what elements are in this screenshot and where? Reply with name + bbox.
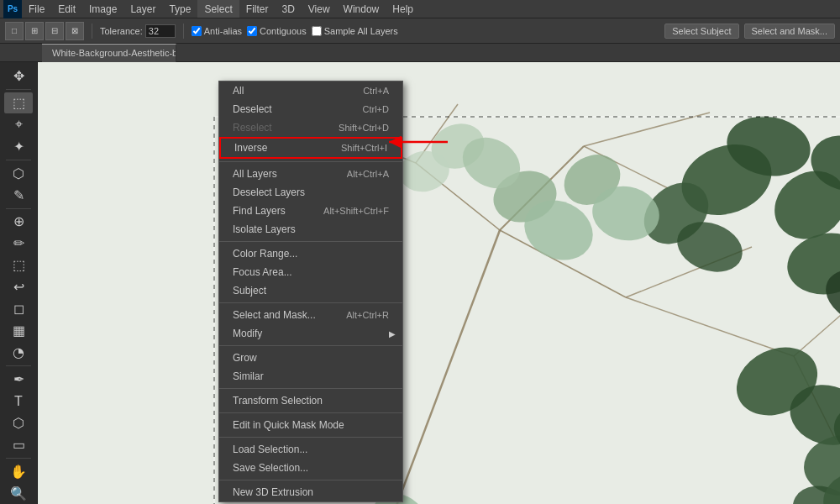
menu-type[interactable]: Type	[162, 0, 197, 18]
subtract-selection-btn[interactable]: ⊟	[45, 22, 64, 40]
menu-save-selection[interactable]: Save Selection...	[219, 459, 402, 477]
menu-sep-1	[219, 161, 402, 162]
contiguous-checkbox[interactable]	[247, 26, 257, 36]
pen-tool[interactable]: ✒	[4, 369, 33, 390]
eyedropper-tool[interactable]: ✎	[4, 185, 33, 206]
menu-3d[interactable]: 3D	[275, 0, 301, 18]
sample-all-checkbox[interactable]	[312, 26, 322, 36]
menu-similar[interactable]: Similar	[219, 367, 402, 386]
magic-wand-tool[interactable]: ✦	[4, 136, 33, 157]
menu-sep-6	[219, 412, 402, 413]
menu-file[interactable]: File	[22, 0, 51, 18]
spot-heal-tool[interactable]: ⊕	[4, 211, 33, 232]
new-selection-btn[interactable]: □	[5, 22, 24, 40]
antialias-checkbox[interactable]	[192, 26, 202, 36]
menu-sep-3	[219, 302, 402, 303]
menu-deselect-layers[interactable]: Deselect Layers	[219, 183, 402, 202]
contiguous-label: Contiguous	[247, 26, 307, 36]
eraser-tool[interactable]: ◻	[4, 298, 33, 319]
text-tool[interactable]: T	[4, 391, 33, 412]
menu-sep-5	[219, 388, 402, 389]
sample-all-label: Sample All Layers	[312, 26, 398, 36]
toolbar-divider-1	[6, 89, 31, 90]
left-toolbar: ✥ ⬚ ⌖ ✦ ⬡ ✎ ⊕ ✏ ⬚ ↩ ◻ ▦ ◔ ✒ T ⬡ ▭ ✋ 🔍	[0, 62, 38, 504]
intersect-selection-btn[interactable]: ⊠	[66, 22, 84, 40]
dodge-tool[interactable]: ◔	[4, 342, 33, 363]
select-subject-button[interactable]: Select Subject	[664, 24, 738, 39]
menu-filter[interactable]: Filter	[239, 0, 276, 18]
canvas-image	[38, 62, 840, 504]
menu-grow[interactable]: Grow	[219, 349, 402, 367]
menu-window[interactable]: Window	[337, 0, 386, 18]
menu-subject[interactable]: Subject	[219, 281, 402, 300]
hand-tool[interactable]: ✋	[4, 461, 33, 482]
menu-bar: Ps File Edit Image Layer Type Select Fil…	[0, 0, 840, 18]
menu-isolate-layers[interactable]: Isolate Layers	[219, 220, 402, 239]
path-tool[interactable]: ⬡	[4, 412, 33, 433]
menu-transform-selection[interactable]: Transform Selection	[219, 391, 402, 410]
menu-sep-7	[219, 437, 402, 438]
tab-bar: White-Background-Aesthetic-b...	[0, 44, 840, 62]
menu-all[interactable]: All Ctrl+A	[219, 81, 402, 100]
menu-help[interactable]: Help	[386, 0, 420, 18]
document-tab[interactable]: White-Background-Aesthetic-b...	[42, 44, 176, 62]
menu-modify[interactable]: Modify ▶	[219, 324, 402, 343]
toolbar-divider-2	[6, 160, 31, 160]
toolbar-divider-4	[6, 365, 31, 366]
options-bar: □ ⊞ ⊟ ⊠ Tolerance: Anti-alias Contiguous…	[0, 18, 840, 44]
menu-all-layers[interactable]: All Layers Alt+Ctrl+A	[219, 165, 402, 183]
toolbar-divider-5	[6, 458, 31, 459]
svg-rect-0	[38, 62, 840, 504]
gradient-tool[interactable]: ▦	[4, 320, 33, 341]
menu-select-and-mask[interactable]: Select and Mask... Alt+Ctrl+R	[219, 306, 402, 324]
tolerance-input[interactable]	[145, 24, 176, 38]
select-mask-button[interactable]: Select and Mask...	[744, 24, 836, 39]
menu-find-layers[interactable]: Find Layers Alt+Shift+Ctrl+F	[219, 202, 402, 220]
menu-reselect[interactable]: Reselect Shift+Ctrl+D	[219, 118, 402, 137]
shape-tool[interactable]: ▭	[4, 434, 33, 455]
sep2	[183, 24, 184, 39]
select-dropdown-menu: All Ctrl+A Deselect Ctrl+D Reselect Shif…	[218, 81, 403, 502]
menu-3d-extrusion[interactable]: New 3D Extrusion	[219, 483, 402, 501]
sep1	[92, 24, 92, 39]
tolerance-label: Tolerance:	[100, 24, 176, 38]
ps-logo: Ps	[3, 0, 22, 18]
menu-color-range[interactable]: Color Range...	[219, 244, 402, 263]
menu-view[interactable]: View	[302, 0, 337, 18]
menu-select[interactable]: Select	[197, 0, 239, 18]
modify-submenu-arrow: ▶	[389, 329, 396, 339]
zoom-tool[interactable]: 🔍	[4, 483, 33, 504]
move-tool[interactable]: ✥	[4, 66, 33, 87]
menu-layer[interactable]: Layer	[123, 0, 162, 18]
stamp-tool[interactable]: ⬚	[4, 255, 33, 276]
menu-edit[interactable]: Edit	[51, 0, 82, 18]
menu-inverse[interactable]: Inverse Shift+Ctrl+I	[219, 137, 402, 159]
menu-sep-8	[219, 480, 402, 480]
tool-shape-group: □ ⊞ ⊟ ⊠	[5, 22, 84, 40]
brush-tool[interactable]: ✏	[4, 233, 33, 254]
menu-deselect[interactable]: Deselect Ctrl+D	[219, 100, 402, 118]
antialias-label: Anti-alias	[192, 26, 242, 36]
menu-image[interactable]: Image	[82, 0, 123, 18]
history-brush-tool[interactable]: ↩	[4, 276, 33, 297]
canvas-svg	[38, 62, 840, 504]
toolbar-divider-3	[6, 208, 31, 209]
lasso-tool[interactable]: ⌖	[4, 114, 33, 135]
crop-tool[interactable]: ⬡	[4, 163, 33, 184]
menu-sep-4	[219, 345, 402, 346]
menu-quick-mask[interactable]: Edit in Quick Mask Mode	[219, 416, 402, 434]
menu-sep-2	[219, 241, 402, 242]
main-layout: ✥ ⬚ ⌖ ✦ ⬡ ✎ ⊕ ✏ ⬚ ↩ ◻ ▦ ◔ ✒ T ⬡ ▭ ✋ 🔍	[0, 62, 840, 504]
marquee-tool[interactable]: ⬚	[4, 92, 33, 113]
canvas-area: All Ctrl+A Deselect Ctrl+D Reselect Shif…	[38, 62, 840, 504]
menu-load-selection[interactable]: Load Selection...	[219, 440, 402, 459]
add-selection-btn[interactable]: ⊞	[25, 22, 44, 40]
menu-focus-area[interactable]: Focus Area...	[219, 263, 402, 281]
